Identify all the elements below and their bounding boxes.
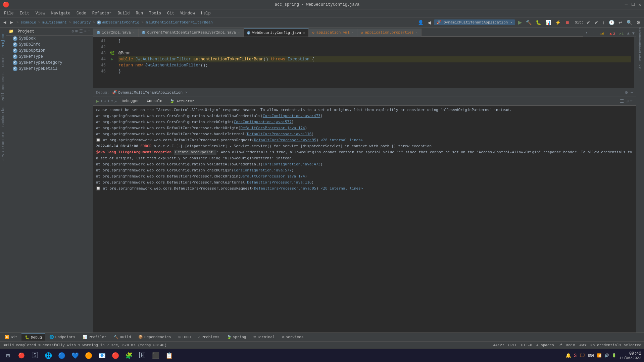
sidebar-label-jpastructure[interactable]: JPA Structure — [0, 129, 6, 163]
minimize-button[interactable]: ─ — [625, 2, 628, 7]
project-filter-icon[interactable]: ☰ — [79, 29, 83, 34]
debug-step-out-btn[interactable]: ⬆ — [111, 98, 113, 104]
nav-down-btn[interactable]: ▼ — [631, 31, 636, 37]
bottom-tab-services[interactable]: ⚙ Services — [279, 334, 307, 340]
debug-session-close[interactable]: ✕ — [185, 90, 188, 95]
taskbar-s-icon[interactable]: 🅂 — [30, 350, 40, 361]
coverage-button[interactable]: 📊 — [544, 19, 552, 26]
run-button[interactable]: ▶ — [516, 18, 523, 26]
nav-multitenant[interactable]: multitenant — [42, 20, 67, 24]
bottom-tab-debug[interactable]: 🐛 Debug — [21, 333, 45, 341]
build-button[interactable]: 🔨 — [525, 19, 533, 26]
project-gear-icon[interactable]: ⚙ — [71, 29, 74, 34]
taskbar-windows-btn[interactable]: ⊞ — [3, 350, 13, 361]
tab-appprops[interactable]: ⚙ application.properties ✕ — [357, 29, 422, 37]
console-output[interactable]: cause cannot be set on the "Access-Contr… — [93, 106, 636, 236]
tab-close-appprops[interactable]: ✕ — [416, 31, 418, 35]
taskbar-ws-icon[interactable]: 🅆 — [137, 350, 148, 361]
tree-item-sysreftypecategory[interactable]: C SysRefTypeCategory — [6, 60, 93, 66]
toolbar-profile-btn[interactable]: 👤 — [416, 19, 425, 26]
right-sidebar-bigdata[interactable]: Big Data Tools — [637, 53, 644, 60]
git-push-btn[interactable]: ✔ — [593, 19, 600, 26]
menu-item-run[interactable]: Run — [133, 10, 146, 16]
menu-item-window[interactable]: Window — [178, 10, 198, 16]
taskbar-orange-icon[interactable]: 🟠 — [83, 350, 94, 361]
encoding[interactable]: UTF-8 — [521, 343, 532, 347]
tab-close-appyml[interactable]: ✕ — [352, 31, 354, 35]
menu-item-edit[interactable]: Edit — [17, 10, 32, 16]
debug-minimize-icon[interactable]: − — [631, 90, 633, 95]
menu-item-help[interactable]: Help — [198, 10, 213, 16]
project-settings-icon[interactable]: ≡ — [84, 29, 87, 34]
debug-toolbar-align-icon[interactable]: ≡ — [630, 99, 633, 104]
close-button[interactable]: ✕ — [639, 2, 641, 7]
debug-run-cursor-btn[interactable]: ↗ — [114, 98, 117, 104]
bottom-tab-dependencies[interactable]: 📦 Dependencies — [135, 334, 174, 340]
sidebar-label-bookmarks[interactable]: Bookmarks — [0, 104, 6, 129]
nav-back-btn[interactable]: ◀ — [2, 19, 7, 26]
menu-item-code[interactable]: Code — [74, 10, 89, 16]
git-pull-btn[interactable]: ↑ — [601, 19, 606, 26]
cursor-position[interactable]: 44:27 — [493, 343, 504, 347]
bottom-tab-problems[interactable]: ⚠ Problems — [195, 334, 222, 340]
debug-toolbar-list-icon[interactable]: ☰ — [620, 98, 624, 104]
project-collapse-icon[interactable]: − — [88, 29, 90, 34]
tab-currenttenant[interactable]: C CurrentTenantIdentifierResolverImpl.ja… — [139, 29, 244, 37]
bottom-tab-git[interactable]: 🔀 Git — [1, 334, 21, 340]
project-layout-icon[interactable]: ⊞ — [75, 29, 78, 34]
git-revert-btn[interactable]: ↩ — [617, 19, 624, 26]
tab-close-currenttenant[interactable]: ✕ — [238, 31, 240, 35]
taskbar-lang[interactable]: ENG — [588, 354, 594, 358]
sidebar-label-commit[interactable]: Commit — [0, 51, 6, 70]
bottom-tab-build[interactable]: 🔨 Build — [110, 334, 134, 340]
debug-button[interactable]: 🐛 — [534, 19, 543, 26]
bottom-tab-todo[interactable]: ☑ TODO — [175, 334, 194, 340]
bottom-tab-terminal[interactable]: ⌨ Terminal — [250, 334, 278, 340]
debug-tab-actuator[interactable]: 🍃 Actuator — [166, 98, 198, 104]
menu-item-refactor[interactable]: Refactor — [90, 10, 114, 16]
tree-item-sysdboption[interactable]: C SysDbOption — [6, 48, 93, 54]
taskbar-puzzle-icon[interactable]: 🧩 — [123, 350, 134, 361]
taskbar-chrome-icon[interactable]: 🔵 — [56, 350, 67, 361]
tree-item-sysbook[interactable]: C SysBook — [6, 36, 93, 42]
tab-websecurityconfig[interactable]: C WebSecurityConfig.java ✕ — [244, 29, 309, 37]
taskbar-edge-icon[interactable]: 🌐 — [43, 350, 54, 361]
nav-up-btn[interactable]: ▲ — [626, 31, 631, 37]
nav-example[interactable]: example — [20, 20, 36, 24]
bottom-tab-endpoints[interactable]: 🌐 Endpoints — [46, 334, 79, 340]
menu-item-tools[interactable]: Tools — [146, 10, 164, 16]
tree-item-sysreftypedetail[interactable]: C SysRefTypeDetail — [6, 66, 93, 72]
menu-item-view[interactable]: View — [33, 10, 48, 16]
menu-item-navigate[interactable]: Navigate — [48, 10, 73, 16]
settings-btn[interactable]: ⚙ — [635, 19, 642, 26]
sidebar-label-pullrequests[interactable]: Pull Requests — [0, 70, 6, 104]
search-btn[interactable]: 🔍 — [625, 19, 634, 26]
debug-tab-console[interactable]: Console — [143, 98, 165, 104]
stop-button[interactable]: ⏹ — [563, 19, 571, 26]
git-commit-btn[interactable]: ✔ — [585, 19, 592, 26]
run-config-selector[interactable]: 🚀 DynamicMultiTenantApplication ▾ — [434, 19, 515, 25]
taskbar-intellij-icon[interactable]: 🔴 — [16, 350, 27, 361]
taskbar-intellij-tray[interactable]: IJ — [579, 353, 585, 358]
taskbar-terminal-icon[interactable]: ⬛ — [150, 350, 161, 361]
taskbar-vscode-icon[interactable]: 💙 — [70, 350, 81, 361]
taskbar-speaker-icon[interactable]: 🔊 — [604, 353, 609, 358]
nav-forward-btn[interactable]: ▶ — [9, 19, 14, 26]
branch-name[interactable]: main — [566, 343, 575, 347]
sidebar-label-project[interactable]: Project — [0, 30, 6, 51]
taskbar-s-tray[interactable]: S — [574, 353, 577, 358]
nav-method[interactable]: mauthenticationTokenFilterBean — [146, 20, 213, 24]
tabs-more-btn[interactable]: ⋮ — [590, 29, 598, 37]
tree-item-sysdbinfo[interactable]: C SysDbInfo — [6, 42, 93, 48]
debug-settings-icon[interactable]: ⚙ — [625, 90, 628, 95]
debug-step-into-btn[interactable]: ⬇ — [107, 98, 110, 104]
taskbar-notepad-icon[interactable]: 📋 — [164, 350, 175, 361]
aws-status[interactable]: AWS: No credentials selected — [579, 343, 641, 347]
toolbar-back-btn[interactable]: ◀ — [426, 19, 433, 26]
debug-resume-btn[interactable]: ▶ — [96, 98, 99, 104]
tab-close-riderimpl[interactable]: ✕ — [133, 31, 135, 35]
nav-websecurityconfig[interactable]: CWebSecurityConfig — [97, 20, 139, 24]
debug-tab-debugger[interactable]: Debugger — [118, 98, 143, 104]
line-ending[interactable]: CRLF — [508, 343, 517, 347]
expand-marker-1[interactable]: 🔲 — [96, 138, 101, 142]
